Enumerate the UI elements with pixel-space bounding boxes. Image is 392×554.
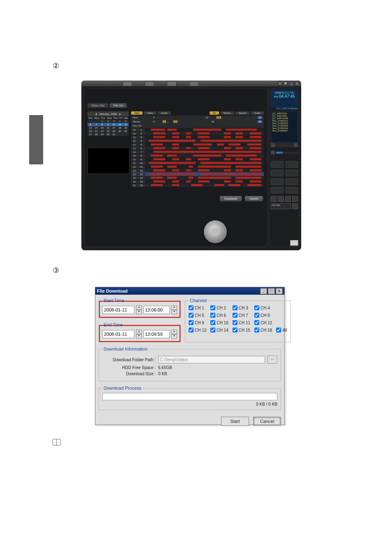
filter-motion[interactable]: Motion xyxy=(220,111,234,115)
timeline-row[interactable]: 112 xyxy=(131,132,264,135)
tool-icon[interactable] xyxy=(145,81,154,86)
channel-checkbox[interactable]: All xyxy=(276,328,287,332)
sidebar-tool-icon[interactable] xyxy=(271,161,284,168)
minimize-button[interactable]: _ xyxy=(260,288,267,294)
calendar-day[interactable]: 10 xyxy=(111,123,117,126)
calendar-day[interactable]: 26 xyxy=(123,129,129,133)
jog-wheel[interactable] xyxy=(204,220,227,243)
timeline-row[interactable]: 1110 xyxy=(131,161,264,165)
tool-icon[interactable] xyxy=(189,81,199,86)
calendar-day[interactable] xyxy=(123,133,129,136)
calendar-next-icon[interactable]: ► xyxy=(119,113,122,115)
calendar-day[interactable]: 30 xyxy=(105,133,111,136)
channel-checkbox[interactable]: CH 4 xyxy=(254,305,272,310)
calendar-day[interactable]: 24 xyxy=(111,129,117,133)
calendar-day[interactable]: 31 xyxy=(111,133,117,136)
calendar-day[interactable]: 1 xyxy=(99,120,105,123)
layout-9-icon[interactable] xyxy=(285,196,291,202)
filter-all[interactable]: All xyxy=(210,111,219,115)
channel-checkbox[interactable]: CH 10 xyxy=(210,320,228,325)
channel-checkbox[interactable]: CH 12 xyxy=(254,320,272,325)
timeline-row[interactable]: 119 xyxy=(131,157,264,161)
device-scrollbar[interactable] xyxy=(271,143,298,147)
filter-audio2[interactable]: Audio xyxy=(251,111,264,115)
close-button[interactable]: × xyxy=(276,288,283,294)
browse-button[interactable]: ... xyxy=(267,355,277,364)
time-spinner[interactable]: ▲▼ xyxy=(171,330,177,339)
channel-checkbox[interactable]: CH 5 xyxy=(189,313,206,318)
timeline-row[interactable]: 116 xyxy=(131,146,264,150)
timeline-row[interactable]: 118 xyxy=(131,154,264,157)
start-date-input[interactable] xyxy=(102,306,134,314)
timeline-row[interactable]: 111 xyxy=(131,128,264,132)
filter-audio[interactable]: Audio xyxy=(158,111,171,115)
calendar-day[interactable] xyxy=(117,133,122,136)
calendar-day[interactable]: 5 xyxy=(123,120,129,123)
timeline-row[interactable]: 117 xyxy=(131,150,264,154)
calendar-day[interactable]: 29 xyxy=(99,133,105,136)
channel-checkbox[interactable]: CH 9 xyxy=(189,320,206,325)
calendar-day[interactable]: 6 xyxy=(88,123,93,126)
sidebar-tool-icon[interactable] xyxy=(286,187,298,194)
channel-checkbox[interactable]: CH 2 xyxy=(210,305,228,310)
folder-path-input[interactable] xyxy=(158,356,265,363)
date-spinner[interactable]: ▲▼ xyxy=(136,305,142,314)
start-button[interactable]: Start xyxy=(221,417,249,426)
channel-checkbox[interactable]: CH 1 xyxy=(189,305,206,310)
date-spinner[interactable]: ▲▼ xyxy=(136,330,142,339)
tool-icon[interactable] xyxy=(122,81,132,86)
calendar-day[interactable]: 14 xyxy=(93,126,99,129)
calendar-day[interactable]: 17 xyxy=(111,126,117,129)
timeline-row[interactable]: 115 xyxy=(131,143,264,146)
layout-4-icon[interactable] xyxy=(278,196,284,202)
filter-video[interactable]: Video xyxy=(144,111,157,115)
timeline-row[interactable]: 1114 xyxy=(131,176,264,180)
channel-checkbox[interactable]: CH 6 xyxy=(210,313,228,318)
channel-checkbox[interactable]: CH 16 xyxy=(254,328,272,332)
tab-status-bar[interactable]: Status Bar xyxy=(88,103,108,108)
cancel-button[interactable]: Cancel xyxy=(245,196,263,201)
filter-av[interactable]: A&V xyxy=(131,111,143,115)
mail-icon[interactable] xyxy=(290,240,298,246)
timeline-row[interactable]: 1112 xyxy=(131,169,264,172)
calendar-day[interactable]: 16 xyxy=(105,126,111,129)
channel-checkbox[interactable]: CH 11 xyxy=(233,320,250,325)
tab-file-list[interactable]: File List xyxy=(110,103,127,108)
sidebar-tool-icon[interactable] xyxy=(286,178,298,185)
calendar-day[interactable]: 11 xyxy=(117,123,122,126)
timeline-row[interactable]: 114 xyxy=(131,139,264,143)
start-time-input[interactable] xyxy=(143,306,170,314)
sidebar-tool-icon[interactable] xyxy=(271,178,284,185)
tool-icon[interactable] xyxy=(167,81,177,86)
calendar-day[interactable]: 9 xyxy=(105,123,111,126)
calendar-day[interactable]: 28 xyxy=(93,133,99,136)
end-date-input[interactable] xyxy=(102,330,134,338)
timeline-row[interactable]: 1115 xyxy=(131,180,264,183)
pin-button[interactable]: ✥ xyxy=(283,81,288,86)
channel-checkbox[interactable]: CH 14 xyxy=(210,328,228,332)
sidebar-tool-icon[interactable] xyxy=(271,187,284,194)
calendar-day[interactable]: 19 xyxy=(123,126,129,129)
calendar-day[interactable] xyxy=(93,120,99,123)
calendar-day[interactable]: 7 xyxy=(93,123,99,126)
speaker-icon[interactable] xyxy=(271,150,275,155)
calendar-day[interactable]: 27 xyxy=(88,133,93,136)
calendar-day[interactable]: 20 xyxy=(88,129,93,133)
timeline-row[interactable]: 1116 xyxy=(131,183,264,187)
calendar-prev-icon[interactable]: ◄ xyxy=(95,113,97,115)
calendar-day[interactable] xyxy=(88,120,93,123)
channel-checkbox[interactable]: CH 15 xyxy=(233,328,250,332)
layout-1-icon[interactable] xyxy=(271,196,277,202)
calendar-day[interactable]: 15 xyxy=(99,126,105,129)
filter-sensor[interactable]: Sensor xyxy=(235,111,250,115)
help-button[interactable]: ? xyxy=(277,81,282,86)
calendar-grid[interactable]: 1234567891011121314151617181920212223242… xyxy=(88,120,129,136)
calendar-day[interactable]: 8 xyxy=(99,123,105,126)
end-time-input[interactable] xyxy=(143,330,170,338)
sidebar-tool-icon[interactable] xyxy=(271,170,284,176)
calendar-day[interactable]: 22 xyxy=(99,129,105,133)
timeline-row[interactable]: 1113 xyxy=(131,172,264,176)
sidebar-tool-icon[interactable] xyxy=(286,161,298,168)
calendar-day[interactable]: 18 xyxy=(117,126,122,129)
layout-apply-icon[interactable] xyxy=(292,203,298,209)
